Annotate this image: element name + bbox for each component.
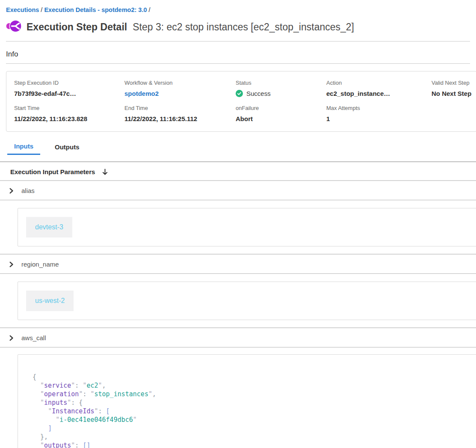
field-start-time: Start Time 11/22/2022, 11:16:23.828 <box>14 105 124 122</box>
breadcrumb-link-executions[interactable]: Executions <box>6 6 39 13</box>
breadcrumb-separator: / <box>39 6 44 13</box>
parameter-section-region-name: region_name us-west-2 <box>0 255 476 327</box>
section-toggle-region-name[interactable]: region_name <box>0 255 476 274</box>
field-status: Status Success <box>236 80 326 97</box>
arrow-down-icon[interactable] <box>102 169 108 175</box>
execution-input-parameters-header: Execution Input Parameters <box>0 162 476 181</box>
parameter-section-alias: alias devtest-3 <box>0 181 476 254</box>
field-step-execution-id: Step Execution ID 7b73f93e-edaf-47c… <box>14 80 124 97</box>
section-name: alias <box>21 187 35 194</box>
chevron-right-icon[interactable] <box>9 188 14 194</box>
field-onfailure: onFailure Abort <box>236 105 326 122</box>
chevron-right-icon[interactable] <box>9 261 14 267</box>
field-label: onFailure <box>236 105 326 111</box>
field-value: 7b73f93e-edaf-47c… <box>14 90 124 97</box>
breadcrumb-separator: / <box>147 6 152 13</box>
section-name: aws_call <box>21 334 46 341</box>
breadcrumb: Executions/Execution Details - spotdemo2… <box>0 0 476 13</box>
section-name: region_name <box>21 261 59 268</box>
field-label: Action <box>326 80 432 86</box>
field-value: 11/22/2022, 11:16:25.112 <box>124 115 236 122</box>
field-label: Step Execution ID <box>14 80 124 86</box>
field-value: 11/22/2022, 11:16:23.828 <box>14 115 124 122</box>
field-max-attempts: Max Attempts 1 <box>326 105 432 122</box>
value-chip: us-west-2 <box>26 291 74 311</box>
field-action: Action ec2_stop_instance… <box>326 80 432 97</box>
page-subtitle: Step 3: ec2 stop instances [ec2_stop_ins… <box>133 21 354 33</box>
success-check-icon <box>236 90 243 97</box>
field-end-time: End Time 11/22/2022, 11:16:25.112 <box>124 105 236 122</box>
workflow-logo-icon <box>6 19 22 35</box>
field-value: 1 <box>326 115 432 122</box>
field-label: Workflow & Version <box>124 80 236 86</box>
field-label: Start Time <box>14 105 124 111</box>
value-chip: devtest-3 <box>26 217 72 237</box>
page-header: Execution Step Detail Step 3: ec2 stop i… <box>6 19 470 42</box>
parameter-section-aws-call: aws_call { "service": "ec2", "operation"… <box>0 328 476 448</box>
section-content-region-name: us-west-2 <box>0 274 476 327</box>
field-label: Status <box>236 80 326 86</box>
field-valid-next-step: Valid Next Step No Next Step <box>432 80 476 97</box>
workflow-link[interactable]: spotdemo2 <box>124 90 236 97</box>
aws-call-code-box: { "service": "ec2", "operation": "stop_i… <box>18 354 476 448</box>
field-label: End Time <box>124 105 236 111</box>
status-badge: Success <box>236 90 326 97</box>
json-code: { "service": "ec2", "operation": "stop_i… <box>33 373 476 448</box>
section-toggle-aws-call[interactable]: aws_call <box>0 328 476 347</box>
field-value: ec2_stop_instance… <box>326 90 432 97</box>
chevron-right-icon[interactable] <box>9 335 14 341</box>
page-title: Execution Step Detail <box>27 21 127 33</box>
field-label: Max Attempts <box>326 105 432 111</box>
value-box: us-west-2 <box>18 282 476 320</box>
info-section-heading: Info <box>6 50 470 64</box>
breadcrumb-link-execution-details[interactable]: Execution Details - spotdemo2: 3.0 <box>44 6 147 13</box>
value-box: devtest-3 <box>18 208 476 246</box>
status-text: Success <box>246 90 271 97</box>
tab-outputs[interactable]: Outputs <box>48 140 86 155</box>
section-toggle-alias[interactable]: alias <box>0 181 476 200</box>
field-workflow-version: Workflow & Version spotdemo2 <box>124 80 236 97</box>
info-card: Step Execution ID 7b73f93e-edaf-47c… Wor… <box>6 71 476 132</box>
field-label: Valid Next Step <box>432 80 476 86</box>
field-value: Abort <box>236 115 326 122</box>
execution-input-parameters-title: Execution Input Parameters <box>10 168 95 175</box>
field-value: No Next Step <box>432 90 476 97</box>
tab-bar: Inputs Outputs <box>7 140 470 155</box>
tab-inputs[interactable]: Inputs <box>7 140 40 155</box>
section-content-alias: devtest-3 <box>0 200 476 254</box>
